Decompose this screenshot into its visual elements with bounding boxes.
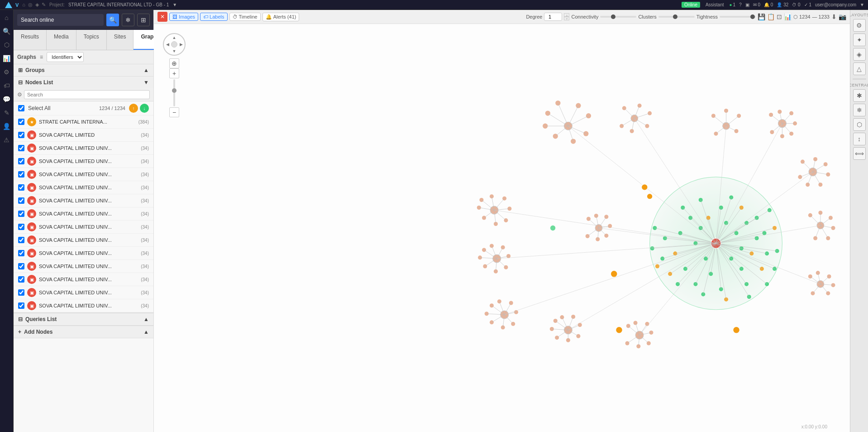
- alerts-toggle[interactable]: 🔔 Alerts (41): [262, 13, 300, 21]
- layout-center2[interactable]: ❄: [853, 104, 866, 116]
- add-nodes-chevron[interactable]: ▲: [143, 329, 149, 335]
- node-item[interactable]: ▣ SOVA CAPITAL LIMITED UNIV... (34): [14, 194, 153, 207]
- layout-center4[interactable]: ↕: [853, 133, 866, 145]
- graph-canvas[interactable]: ▲ ◀▶ ▼ ⊕ + − x:0.00 y:0.00: [154, 24, 850, 432]
- layout-settings[interactable]: ⚙: [853, 19, 866, 32]
- export-icon[interactable]: ⊡: [777, 13, 782, 20]
- node-8-checkbox[interactable]: [18, 224, 24, 230]
- node-item[interactable]: ▣ SOVA CAPITAL LIMITED (34): [14, 129, 153, 142]
- pin-icon[interactable]: ◈: [35, 2, 39, 8]
- nodes-filter-input[interactable]: [24, 90, 150, 99]
- node-14-checkbox[interactable]: [18, 302, 24, 309]
- layout-center1[interactable]: ✱: [853, 89, 866, 102]
- node-13-checkbox[interactable]: [18, 289, 24, 296]
- identifiers-select[interactable]: Identifiers Names Tags: [47, 52, 84, 62]
- node-12-checkbox[interactable]: [18, 276, 24, 283]
- zoom-slider[interactable]: [173, 79, 175, 106]
- select-all-checkbox[interactable]: [18, 105, 24, 111]
- tab-results[interactable]: Results: [14, 30, 47, 50]
- node-item[interactable]: ▣ SOVA CAPITAL LIMITED UNIV... (34): [14, 273, 153, 286]
- tightness-slider[interactable]: [720, 16, 756, 18]
- labels-toggle[interactable]: 🏷 Labels: [200, 13, 227, 21]
- node-3-checkbox[interactable]: [18, 158, 24, 164]
- node-item[interactable]: ▣ SOVA CAPITAL LIMITED UNIV... (34): [14, 168, 153, 181]
- tab-media[interactable]: Media: [47, 30, 76, 50]
- node-9-checkbox[interactable]: [18, 237, 24, 243]
- zoom-minus[interactable]: −: [169, 107, 179, 117]
- nav-compass[interactable]: ▲ ◀▶ ▼: [163, 33, 186, 56]
- nav-up[interactable]: ▲: [171, 34, 177, 41]
- sidebar-comment[interactable]: 💬: [2, 94, 12, 104]
- node-item[interactable]: ▣ SOVA CAPITAL LIMITED UNIV... (34): [14, 155, 153, 168]
- nodes-list-header[interactable]: ⊟ Nodes List ▼: [14, 77, 153, 88]
- groups-chevron[interactable]: ▲: [143, 67, 149, 73]
- tab-topics[interactable]: Topics: [76, 30, 107, 50]
- sidebar-alert[interactable]: ⚠: [2, 135, 12, 145]
- zoom-fit[interactable]: ⊕: [169, 58, 179, 68]
- node-7-checkbox[interactable]: [18, 211, 24, 217]
- sidebar-user[interactable]: 👤: [2, 121, 12, 131]
- node-item[interactable]: ▣ SOVA CAPITAL LIMITED UNIV... (34): [14, 286, 153, 299]
- grid-button[interactable]: ⊞: [137, 14, 150, 26]
- nav-down[interactable]: ▼: [171, 48, 177, 54]
- sidebar-home[interactable]: ⌂: [2, 13, 12, 23]
- timeline-toggle[interactable]: ⏱ Timeline: [229, 13, 261, 21]
- tab-sites[interactable]: Sites: [107, 30, 134, 50]
- layout-diamond[interactable]: ◈: [853, 48, 866, 61]
- node-0-checkbox[interactable]: [18, 119, 24, 125]
- node-5-checkbox[interactable]: [18, 184, 24, 191]
- node-10-checkbox[interactable]: [18, 250, 24, 256]
- close-button[interactable]: ✕: [157, 12, 167, 22]
- user-dropdown[interactable]: ▼: [860, 2, 864, 7]
- sidebar-edit[interactable]: ✎: [2, 108, 12, 118]
- queries-chevron[interactable]: ▲: [143, 316, 149, 322]
- layout-star[interactable]: ✦: [853, 34, 866, 46]
- home-icon[interactable]: ⌂: [22, 2, 25, 8]
- degree-down[interactable]: ▼: [564, 17, 569, 20]
- layout-center5[interactable]: ⟺: [853, 147, 866, 160]
- nav-right[interactable]: ▶: [178, 41, 184, 48]
- layout-triangle[interactable]: △: [853, 62, 866, 75]
- node-11-checkbox[interactable]: [18, 263, 24, 269]
- node-item[interactable]: ▣ SOVA CAPITAL LIMITED UNIV... (34): [14, 247, 153, 260]
- assistant-badge[interactable]: Assistant: [703, 2, 727, 8]
- action-orange[interactable]: ↑: [129, 104, 138, 113]
- sidebar-search[interactable]: 🔍: [2, 26, 12, 36]
- nav-left[interactable]: ◀: [164, 41, 171, 48]
- node-item[interactable]: ▣ SOVA CAPITAL LIMITED UNIV... (34): [14, 181, 153, 194]
- node-1-checkbox[interactable]: [18, 132, 24, 138]
- download-icon[interactable]: ⬇: [831, 13, 837, 20]
- node-item[interactable]: ▣ SOVA CAPITAL LIMITED UNIV... (34): [14, 221, 153, 234]
- node-item[interactable]: ▣ SOVA CAPITAL LIMITED UNIV... (34): [14, 234, 153, 247]
- node-item[interactable]: ▣ SOVA CAPITAL LIMITED UNIV... (34): [14, 142, 153, 155]
- node-item[interactable]: ▣ SOVA CAPITAL LIMITED UNIV... (34): [14, 260, 153, 273]
- snowflake-button[interactable]: ❄: [122, 14, 134, 26]
- node-item[interactable]: ★ STRATE CAPITAL INTERNA... (384): [14, 115, 153, 129]
- sidebar-tag[interactable]: 🏷: [2, 81, 12, 91]
- nodes-list-chevron[interactable]: ▼: [143, 79, 149, 86]
- sidebar-settings[interactable]: ⚙: [2, 67, 12, 77]
- node-4-checkbox[interactable]: [18, 171, 24, 178]
- save-as-icon[interactable]: 📋: [767, 13, 775, 20]
- search-input[interactable]: [17, 14, 104, 26]
- list-icon[interactable]: ≡: [40, 54, 43, 60]
- add-nodes-header[interactable]: + Add Nodes ▲: [14, 326, 153, 338]
- degree-up[interactable]: ▲: [564, 13, 569, 17]
- camera-icon[interactable]: 📷: [839, 13, 846, 20]
- edit-icon[interactable]: ✎: [42, 2, 46, 8]
- save-icon[interactable]: 💾: [758, 13, 765, 20]
- node-2-checkbox[interactable]: [18, 145, 24, 151]
- node-item[interactable]: ▣ SOVA CAPITAL LIMITED UNIV... (34): [14, 299, 153, 312]
- images-toggle[interactable]: 🖼 Images: [169, 13, 198, 21]
- node-item[interactable]: ▣ SOVA CAPITAL LIMITED UNIV... (34): [14, 207, 153, 221]
- node-6-checkbox[interactable]: [18, 197, 24, 204]
- action-green[interactable]: ↓: [140, 104, 149, 113]
- layout-center3[interactable]: ⬡: [853, 118, 866, 131]
- degree-input[interactable]: [544, 13, 562, 21]
- zoom-plus[interactable]: +: [169, 68, 179, 78]
- queries-list-header[interactable]: ⊟ Queries List ▲: [14, 313, 153, 326]
- groups-header[interactable]: ⊞ Groups ▲: [14, 64, 153, 76]
- dropdown-icon[interactable]: ▼: [172, 2, 177, 7]
- eye-icon[interactable]: ◎: [28, 2, 33, 8]
- chart-icon[interactable]: 📊: [784, 13, 792, 20]
